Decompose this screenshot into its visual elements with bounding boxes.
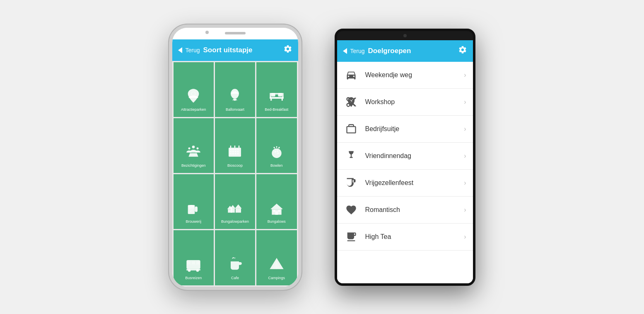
svg-rect-22 (233, 151, 234, 153)
iphone-top-bar (172, 28, 298, 39)
svg-point-32 (277, 153, 278, 154)
scissors-icon (344, 95, 359, 110)
svg-rect-47 (228, 209, 232, 213)
svg-line-33 (274, 147, 275, 148)
workshop-label: Workshop (365, 98, 464, 106)
svg-rect-17 (230, 149, 232, 151)
svg-rect-50 (275, 212, 278, 215)
grid-item-brouwerij[interactable]: Brouwerij (174, 174, 214, 229)
iphone-back-button[interactable]: Terug (178, 47, 200, 54)
android-back-button[interactable]: Terug (343, 48, 365, 54)
chevron-right-icon: › (464, 179, 466, 187)
android-device: Terug Doelgroepen Weekendje weg › (335, 29, 475, 286)
svg-rect-51 (273, 210, 275, 212)
svg-rect-19 (235, 149, 236, 151)
grid-item-busreizen[interactable]: Busreizen (174, 230, 214, 285)
grid-item-cafe[interactable]: Cafe (215, 230, 255, 285)
svg-marker-44 (235, 204, 242, 209)
android-header: Terug Doelgroepen (337, 40, 473, 62)
android-list: Weekendje weg › Workshop › Bedrijfsuitje (337, 62, 473, 283)
grid-item-bowlen[interactable]: Bowlen (256, 118, 297, 173)
list-item-vrijgezellenfeest[interactable]: Vrijgezellenfeest › (337, 170, 473, 197)
wine-icon (344, 148, 359, 163)
svg-rect-23 (235, 151, 236, 153)
bezichtigingen-label: Bezichtigingen (181, 163, 206, 168)
list-item-workshop[interactable]: Workshop › (337, 89, 473, 116)
svg-rect-45 (236, 209, 241, 213)
bioscoop-icon (227, 144, 243, 163)
svg-point-39 (189, 209, 191, 210)
bezichtigingen-icon (185, 144, 202, 163)
grid-item-bed-breakfast[interactable]: Bed-Breakfast (256, 62, 297, 117)
grid-item-bezichtigingen[interactable]: Bezichtigingen (174, 118, 214, 173)
svg-rect-37 (195, 207, 198, 212)
attractieparken-label: Attractieparken (181, 107, 206, 112)
grid-item-attractieparken[interactable]: Attractieparken (174, 62, 214, 117)
gear-icon[interactable] (283, 44, 292, 56)
beer-mug-icon (344, 175, 359, 190)
svg-point-40 (191, 209, 193, 211)
android-top-bar (337, 31, 473, 40)
bungalowparken-icon (227, 200, 243, 219)
chevron-right-icon: › (464, 71, 466, 79)
list-item-high-tea[interactable]: High Tea › (337, 224, 473, 251)
svg-point-29 (272, 148, 281, 158)
grid-item-bioscoop[interactable]: Bioscoop (215, 118, 255, 173)
svg-rect-59 (186, 269, 200, 270)
svg-rect-6 (278, 93, 282, 96)
android-header-title: Doelgroepen (365, 47, 458, 55)
grid-item-bungalowparken[interactable]: Bungalowparken (215, 174, 255, 229)
list-item-romantisch[interactable]: Romantisch › (337, 197, 473, 224)
grid-item-bungalows[interactable]: Bungalows (256, 174, 297, 229)
svg-rect-27 (235, 153, 236, 155)
cafe-icon (227, 256, 243, 276)
svg-line-35 (279, 147, 280, 148)
android-back-label: Terug (350, 48, 365, 54)
svg-line-4 (236, 99, 237, 101)
android-camera (403, 34, 407, 37)
svg-rect-5 (271, 93, 275, 96)
svg-rect-56 (196, 261, 200, 264)
svg-rect-20 (237, 149, 239, 151)
bungalows-icon (268, 200, 285, 219)
back-arrow-icon (178, 47, 182, 53)
busreizen-icon (185, 256, 202, 276)
svg-rect-25 (230, 153, 232, 155)
vriendinnendag-label: Vriendinnendag (365, 152, 464, 160)
iphone-speaker (225, 32, 246, 34)
svg-rect-52 (278, 210, 280, 212)
chevron-right-icon: › (464, 206, 466, 214)
grid-item-campings[interactable]: Campings (256, 230, 297, 285)
svg-rect-55 (192, 261, 195, 264)
bioscoop-label: Bioscoop (227, 163, 243, 168)
heart-icon (344, 202, 359, 217)
bungalowparken-label: Bungalowparken (221, 219, 249, 224)
campings-icon (268, 256, 285, 276)
svg-rect-2 (234, 99, 236, 101)
back-arrow-icon (343, 48, 347, 54)
gear-icon[interactable] (458, 45, 467, 56)
svg-marker-48 (270, 204, 283, 209)
chevron-right-icon: › (464, 125, 466, 133)
list-item-bedrijfsuitje[interactable]: Bedrijfsuitje › (337, 116, 473, 143)
cafe-label: Cafe (231, 276, 239, 280)
iphone-back-label: Terug (186, 47, 200, 54)
svg-point-0 (191, 92, 195, 96)
romantisch-label: Romantisch (365, 206, 464, 214)
svg-rect-54 (187, 261, 191, 264)
bowlen-label: Bowlen (270, 163, 283, 168)
bed-breakfast-icon (268, 88, 285, 107)
list-item-vriendinnendag[interactable]: Vriendinnendag › (337, 143, 473, 170)
svg-rect-26 (233, 153, 234, 155)
grid-item-ballonvaart[interactable]: Ballonvaart (215, 62, 255, 117)
svg-rect-28 (237, 153, 239, 155)
attractieparken-icon (185, 88, 202, 107)
list-item-weekendje-weg[interactable]: Weekendje weg › (337, 62, 473, 89)
busreizen-label: Busreizen (185, 276, 202, 280)
svg-rect-21 (230, 151, 232, 153)
svg-point-10 (188, 147, 191, 149)
svg-point-31 (277, 151, 278, 152)
svg-point-9 (192, 146, 195, 148)
iphone-header: Terug Soort uitstapje (172, 39, 298, 61)
ballonvaart-label: Ballonvaart (226, 107, 244, 112)
